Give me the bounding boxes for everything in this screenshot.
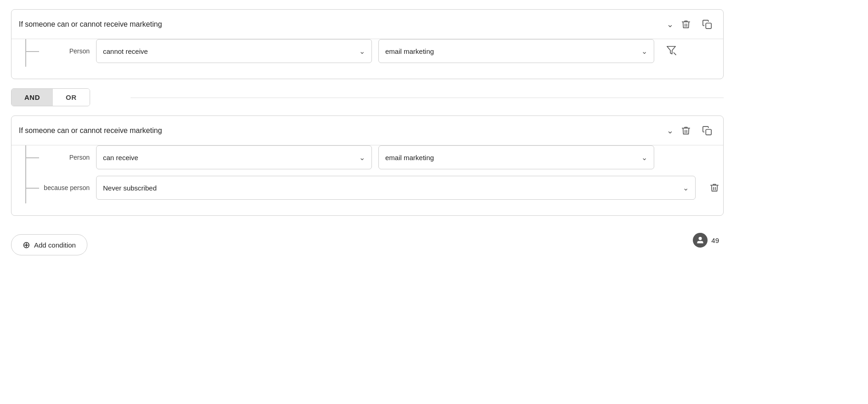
- because-dropdown-text: Never subscribed: [103, 184, 679, 192]
- svg-rect-0: [706, 23, 711, 29]
- footer-row: ⊕ Add condition 49: [11, 225, 724, 255]
- receive-dropdown-2[interactable]: can receive ⌄: [96, 145, 372, 169]
- or-button[interactable]: OR: [53, 89, 90, 106]
- dropdown-chevron-2: ⌄: [641, 47, 647, 56]
- filter-button-1[interactable]: [662, 42, 680, 60]
- dropdown-chevron-1: ⌄: [359, 47, 365, 56]
- condition-row-2b: because person Never subscribed ⌄: [39, 176, 723, 200]
- dropdown-chevron-4: ⌄: [641, 153, 647, 162]
- condition-row-1: Person cannot receive ⌄ email marketing …: [39, 39, 723, 63]
- chevron-down-icon-2: ⌄: [667, 126, 674, 136]
- delete-button-because[interactable]: [706, 180, 723, 196]
- and-or-row: AND OR: [11, 88, 724, 106]
- main-container: If someone can or cannot receive marketi…: [11, 9, 724, 255]
- dropdown-chevron-3: ⌄: [359, 153, 365, 162]
- condition-block-2: If someone can or cannot receive marketi…: [11, 115, 724, 216]
- because-dropdown[interactable]: Never subscribed ⌄: [96, 176, 696, 200]
- add-condition-label: Add condition: [34, 241, 76, 249]
- toggle-group: AND OR: [11, 88, 90, 106]
- condition-block-1: If someone can or cannot receive marketi…: [11, 9, 724, 79]
- receive-dropdown-text-1: cannot receive: [103, 47, 355, 55]
- condition-body-1: Person cannot receive ⌄ email marketing …: [11, 39, 723, 79]
- receive-dropdown-text-2: can receive: [103, 154, 355, 162]
- v-line-2: [25, 145, 26, 203]
- condition-header-1: If someone can or cannot receive marketi…: [11, 10, 723, 39]
- because-label: because person: [39, 184, 90, 191]
- condition-body-2: Person can receive ⌄ email marketing ⌄ b…: [11, 145, 723, 215]
- condition-title-2: If someone can or cannot receive marketi…: [19, 127, 667, 135]
- copy-button-2[interactable]: [698, 123, 716, 139]
- avatar-badge: 49: [693, 233, 724, 248]
- delete-button-1[interactable]: [677, 17, 695, 32]
- chevron-down-icon-1: ⌄: [667, 19, 674, 29]
- marketing-dropdown-text-2: email marketing: [385, 154, 638, 162]
- avatar: [693, 233, 708, 248]
- dropdown-chevron-5: ⌄: [683, 184, 689, 192]
- svg-rect-3: [706, 129, 711, 135]
- condition-row-2a: Person can receive ⌄ email marketing ⌄: [39, 145, 723, 169]
- condition-title-1: If someone can or cannot receive marketi…: [19, 20, 667, 29]
- copy-button-1[interactable]: [698, 17, 716, 32]
- delete-button-2[interactable]: [677, 123, 695, 139]
- v-line-1: [25, 39, 26, 67]
- and-button[interactable]: AND: [11, 89, 53, 106]
- svg-point-4: [699, 237, 702, 240]
- marketing-dropdown-2[interactable]: email marketing ⌄: [378, 145, 654, 169]
- marketing-dropdown-text-1: email marketing: [385, 47, 638, 55]
- marketing-dropdown-1[interactable]: email marketing ⌄: [378, 39, 654, 63]
- add-condition-button[interactable]: ⊕ Add condition: [11, 234, 87, 255]
- person-label-2: Person: [39, 154, 90, 161]
- svg-line-2: [674, 52, 676, 55]
- plus-circle-icon: ⊕: [23, 240, 30, 249]
- person-label-1: Person: [39, 47, 90, 55]
- receive-dropdown-1[interactable]: cannot receive ⌄: [96, 39, 372, 63]
- condition-header-2: If someone can or cannot receive marketi…: [11, 116, 723, 145]
- badge-count: 49: [711, 237, 719, 244]
